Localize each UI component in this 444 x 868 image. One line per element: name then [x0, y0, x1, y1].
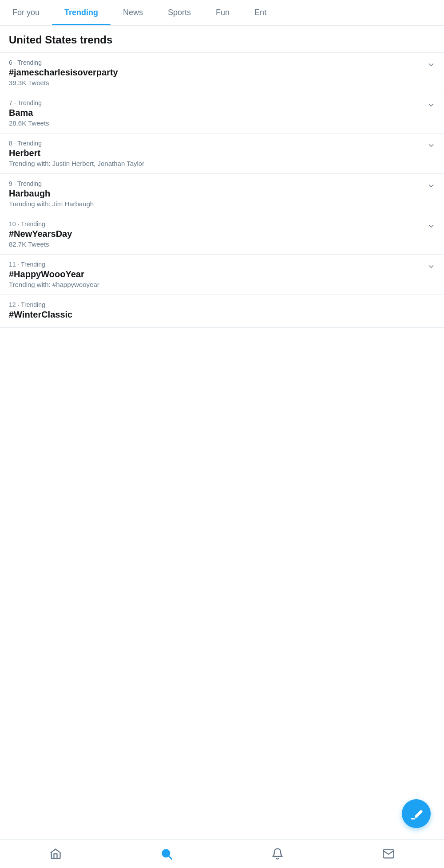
trend-name-7: Bama	[9, 108, 420, 118]
trend-name-11: #HappyWoooYear	[9, 269, 420, 279]
trend-meta-8: Trending with: Justin Herbert, Jonathan …	[9, 160, 420, 167]
trend-rank-8: 8 · Trending	[9, 140, 420, 147]
trend-meta-6: 39.3K Tweets	[9, 79, 420, 86]
compose-icon	[410, 807, 423, 821]
trend-item-9[interactable]: 9 · TrendingHarbaughTrending with: Jim H…	[0, 174, 444, 214]
trend-item-6[interactable]: 6 · Trending#jamescharlesisoverparty39.3…	[0, 53, 444, 93]
home-nav-button[interactable]	[44, 843, 67, 865]
tab-for-you[interactable]: For you	[0, 0, 52, 25]
trend-content-12: 12 · Trending#WinterClassic	[9, 301, 435, 321]
trend-content-8: 8 · TrendingHerbertTrending with: Justin…	[9, 140, 427, 167]
tab-fun[interactable]: Fun	[203, 0, 242, 25]
trend-content-10: 10 · Trending#NewYearsDay82.7K Tweets	[9, 220, 427, 248]
trend-rank-7: 7 · Trending	[9, 99, 420, 106]
chevron-down-icon[interactable]	[427, 141, 435, 151]
trend-content-9: 9 · TrendingHarbaughTrending with: Jim H…	[9, 180, 427, 208]
trend-name-9: Harbaugh	[9, 189, 420, 199]
trend-meta-9: Trending with: Jim Harbaugh	[9, 200, 420, 208]
trend-content-7: 7 · TrendingBama28.6K Tweets	[9, 99, 427, 127]
trend-name-12: #WinterClassic	[9, 310, 428, 320]
compose-button[interactable]	[402, 799, 431, 828]
tab-trending[interactable]: Trending	[52, 0, 111, 25]
trend-rank-12: 12 · Trending	[9, 301, 428, 308]
trend-rank-6: 6 · Trending	[9, 59, 420, 66]
trend-name-10: #NewYearsDay	[9, 229, 420, 239]
trend-item-10[interactable]: 10 · Trending#NewYearsDay82.7K Tweets	[0, 214, 444, 255]
trend-rank-9: 9 · Trending	[9, 180, 420, 187]
trend-rank-10: 10 · Trending	[9, 220, 420, 228]
trend-name-8: Herbert	[9, 148, 420, 158]
tab-news[interactable]: News	[111, 0, 155, 25]
trend-meta-7: 28.6K Tweets	[9, 119, 420, 127]
svg-line-2	[169, 856, 171, 859]
messages-nav-button[interactable]	[377, 843, 400, 865]
trend-name-6: #jamescharlesisoverparty	[9, 67, 420, 78]
chevron-down-icon[interactable]	[427, 263, 435, 272]
trend-rank-11: 11 · Trending	[9, 261, 420, 268]
trend-meta-11: Trending with: #happywooyear	[9, 281, 420, 288]
chevron-down-icon[interactable]	[427, 101, 435, 111]
tab-bar: For youTrendingNewsSportsFunEnt	[0, 0, 444, 26]
tab-entertainment[interactable]: Ent	[242, 0, 279, 25]
chevron-down-icon[interactable]	[427, 61, 435, 71]
notifications-nav-button[interactable]	[266, 843, 289, 865]
trend-item-8[interactable]: 8 · TrendingHerbertTrending with: Justin…	[0, 134, 444, 174]
trend-meta-10: 82.7K Tweets	[9, 240, 420, 248]
trend-item-12[interactable]: 12 · Trending#WinterClassic	[0, 295, 444, 328]
chevron-down-icon[interactable]	[427, 182, 435, 192]
trend-item-11[interactable]: 11 · Trending#HappyWoooYearTrending with…	[0, 255, 444, 295]
chevron-down-icon[interactable]	[427, 222, 435, 232]
trend-content-11: 11 · Trending#HappyWoooYearTrending with…	[9, 261, 427, 288]
bottom-nav	[0, 839, 444, 868]
search-nav-button[interactable]	[155, 843, 178, 865]
trends-list: 6 · Trending#jamescharlesisoverparty39.3…	[0, 53, 444, 328]
section-title: United States trends	[0, 26, 444, 53]
trend-item-7[interactable]: 7 · TrendingBama28.6K Tweets	[0, 93, 444, 134]
trend-content-6: 6 · Trending#jamescharlesisoverparty39.3…	[9, 59, 427, 86]
tab-sports[interactable]: Sports	[155, 0, 203, 25]
